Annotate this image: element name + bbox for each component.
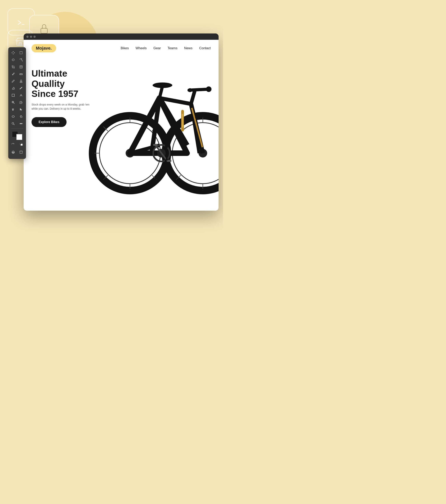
svg-point-75 [21, 102, 21, 103]
cycle-colors-icon[interactable] [9, 141, 17, 148]
text-tool[interactable]: T [9, 106, 17, 113]
pointer-tool[interactable] [17, 106, 25, 113]
svg-rect-86 [20, 151, 22, 154]
pen-tool[interactable] [17, 92, 25, 99]
svg-point-77 [12, 116, 15, 118]
ellipse-tool[interactable] [9, 113, 17, 120]
magnify-tool[interactable] [9, 120, 17, 127]
nav-item-bikes[interactable]: Bikes [121, 46, 129, 50]
nav-item-contact[interactable]: Contact [199, 46, 211, 50]
website-preview: Mojave. Bikes Wheels Gear Teams News Con… [24, 40, 219, 211]
slice-tool[interactable] [17, 63, 25, 71]
svg-rect-44 [153, 144, 158, 146]
svg-line-35 [191, 90, 195, 104]
svg-text:T: T [12, 108, 14, 111]
explore-bikes-button[interactable]: Explore Bikes [32, 117, 67, 127]
quick-mask-icon[interactable] [9, 149, 17, 156]
svg-line-79 [14, 124, 15, 125]
color-swatches[interactable] [12, 131, 22, 140]
nav-item-wheels[interactable]: Wheels [135, 46, 147, 50]
svg-point-37 [206, 87, 211, 92]
screen-mode-icon[interactable] [17, 149, 25, 156]
nav-item-news[interactable]: News [184, 46, 193, 50]
titlebar-dot-1 [26, 36, 29, 38]
ruler-tool[interactable] [17, 71, 25, 78]
background-color[interactable] [16, 134, 22, 140]
vector-pen-tool[interactable] [17, 99, 25, 106]
eyedropper-tool[interactable] [9, 71, 17, 78]
marquee-tool[interactable] [17, 49, 25, 56]
hero-title: Ultimate Quallity Since 1957 [32, 69, 94, 99]
stamp-tool[interactable] [17, 78, 25, 85]
crop-tool[interactable] [9, 63, 17, 71]
svg-rect-1 [41, 28, 47, 34]
ps-toolbar: T [8, 47, 26, 159]
browser-titlebar [24, 34, 219, 40]
svg-rect-49 [182, 114, 183, 127]
smudge-tool[interactable] [17, 85, 25, 92]
website-nav: Mojave. Bikes Wheels Gear Teams News Con… [24, 40, 219, 57]
default-colors-icon[interactable] [17, 141, 25, 148]
svg-line-36 [189, 89, 209, 90]
svg-rect-4 [19, 43, 22, 45]
titlebar-dot-3 [34, 36, 36, 38]
svg-point-81 [21, 123, 21, 124]
nav-links: Bikes Wheels Gear Teams News Contact [121, 46, 211, 50]
svg-point-38 [188, 88, 192, 92]
hand-tool[interactable] [17, 113, 25, 120]
zoom-tool[interactable] [9, 99, 17, 106]
svg-point-82 [22, 123, 22, 124]
eraser-tool[interactable] [9, 85, 17, 92]
lasso-tool[interactable] [9, 56, 17, 63]
nav-item-gear[interactable]: Gear [153, 46, 161, 50]
browser-window: Mojave. Bikes Wheels Gear Teams News Con… [24, 34, 219, 211]
svg-point-66 [20, 80, 22, 81]
svg-rect-61 [20, 74, 22, 75]
website-hero: Ultimate Quallity Since 1957 Stock drops… [24, 57, 219, 211]
svg-rect-84 [21, 144, 22, 145]
shape-tool[interactable] [9, 92, 17, 99]
hero-content: Ultimate Quallity Since 1957 Stock drops… [32, 69, 94, 127]
svg-line-59 [14, 73, 15, 73]
website-logo: Mojave. [32, 44, 56, 52]
magic-wand-tool[interactable] [17, 56, 25, 63]
hero-subtitle: Stock drops every week on a Monday, grab… [32, 103, 94, 111]
more-tools[interactable] [17, 120, 25, 127]
move-tool[interactable] [9, 49, 17, 56]
svg-point-80 [20, 123, 21, 124]
svg-rect-50 [20, 52, 22, 54]
svg-rect-70 [12, 94, 15, 97]
nav-item-teams[interactable]: Teams [167, 46, 177, 50]
svg-line-72 [14, 103, 15, 104]
brush-tool[interactable] [9, 78, 17, 85]
svg-point-40 [153, 83, 172, 88]
bike-image [85, 57, 219, 198]
svg-line-39 [160, 86, 163, 98]
titlebar-dot-2 [30, 36, 32, 38]
